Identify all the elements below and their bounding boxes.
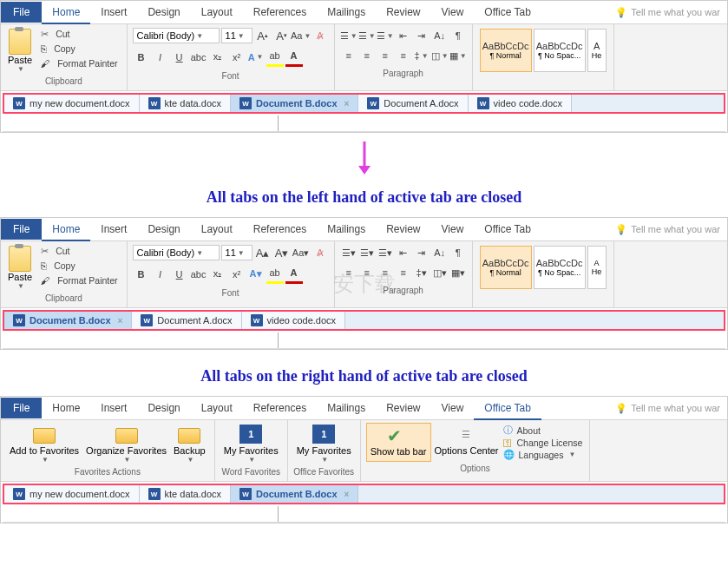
backup-button[interactable]: Backup▼ xyxy=(170,423,209,465)
cut-button[interactable]: ✂Cut xyxy=(37,27,121,41)
borders-button[interactable]: ▦▼ xyxy=(449,47,467,64)
borders-button[interactable]: ▦▾ xyxy=(449,264,467,281)
justify-button[interactable]: ≡ xyxy=(395,264,412,281)
close-icon[interactable]: × xyxy=(118,316,123,326)
tell-me[interactable]: 💡Tell me what you war xyxy=(608,398,727,418)
design-tab[interactable]: Design xyxy=(137,219,190,240)
show-marks-button[interactable]: ¶ xyxy=(449,27,467,44)
options-center-button[interactable]: ☰Options Center xyxy=(431,423,502,462)
strikethrough-button[interactable]: abc xyxy=(190,49,207,66)
font-size-select[interactable]: 11▼ xyxy=(221,245,253,260)
clear-format-button[interactable]: A̷ xyxy=(312,244,329,261)
layout-tab[interactable]: Layout xyxy=(191,219,243,240)
inc-indent-button[interactable]: ⇥ xyxy=(413,27,430,44)
font-size-select[interactable]: 11▼ xyxy=(221,28,253,43)
line-spacing-button[interactable]: ‡▼ xyxy=(413,47,430,64)
numbering-button[interactable]: ☰▼ xyxy=(358,27,376,44)
italic-button[interactable]: I xyxy=(152,49,169,66)
highlight-button[interactable]: ab xyxy=(266,47,284,67)
grow-font-button[interactable]: A▴ xyxy=(254,27,272,44)
text-effects-button[interactable]: A▼ xyxy=(247,49,265,66)
view-tab[interactable]: View xyxy=(431,219,475,240)
clear-format-button[interactable]: A̷ xyxy=(312,27,329,44)
document-tab[interactable]: Wvideo code.docx xyxy=(242,312,346,329)
bullets-button[interactable]: ☰▾ xyxy=(340,244,357,261)
underline-button[interactable]: U xyxy=(171,49,188,66)
references-tab[interactable]: References xyxy=(243,219,317,240)
design-tab[interactable]: Design xyxy=(137,398,190,418)
insert-tab[interactable]: Insert xyxy=(90,398,137,418)
font-name-select[interactable]: Calibri (Body)▼ xyxy=(133,28,220,43)
cut-button[interactable]: ✂Cut xyxy=(37,244,121,258)
document-tab[interactable]: WDocument A.docx xyxy=(358,95,468,112)
copy-button[interactable]: ⎘Copy xyxy=(37,259,121,273)
document-tab[interactable]: WDocument B.docx× xyxy=(231,95,358,112)
copy-button[interactable]: ⎘Copy xyxy=(37,42,121,56)
tell-me[interactable]: 💡Tell me what you war xyxy=(608,220,727,240)
document-tab[interactable]: Wkte data.docx xyxy=(140,485,231,503)
view-tab[interactable]: View xyxy=(431,2,475,23)
style-nospacing[interactable]: AaBbCcDc¶ No Spac... xyxy=(534,246,586,289)
document-tab[interactable]: Wmy new document.docx xyxy=(4,95,140,112)
office-tab-tab[interactable]: Office Tab xyxy=(474,219,541,240)
document-tab[interactable]: Wvideo code.docx xyxy=(469,95,573,112)
font-name-select[interactable]: Calibri (Body)▼ xyxy=(133,245,220,260)
my-favorites-word-button[interactable]: 1My Favorites▼ xyxy=(220,423,282,465)
inc-indent-button[interactable]: ⇥ xyxy=(413,244,430,261)
sort-button[interactable]: A↓ xyxy=(431,244,449,261)
font-color-button[interactable]: A xyxy=(285,264,303,284)
document-tab[interactable]: WDocument B.docx× xyxy=(4,312,132,329)
align-center-button[interactable]: ≡ xyxy=(358,47,376,64)
review-tab[interactable]: Review xyxy=(376,219,430,240)
document-tab[interactable]: Wmy new document.docx xyxy=(4,485,140,503)
style-heading[interactable]: AHe xyxy=(587,29,607,72)
document-tab[interactable]: Wkte data.docx xyxy=(140,95,231,112)
subscript-button[interactable]: x₂ xyxy=(209,49,226,66)
align-center-button[interactable]: ≡ xyxy=(358,264,376,281)
align-left-button[interactable]: ≡ xyxy=(340,47,357,64)
italic-button[interactable]: I xyxy=(152,266,169,283)
close-icon[interactable]: × xyxy=(344,490,350,499)
style-heading[interactable]: AHe xyxy=(587,246,607,289)
shading-button[interactable]: ◫▾ xyxy=(431,264,449,281)
review-tab[interactable]: Review xyxy=(376,398,430,418)
paste-button[interactable]: Paste▼ xyxy=(6,244,34,292)
shrink-font-button[interactable]: A▾ xyxy=(273,244,291,261)
my-favorites-office-button[interactable]: 1My Favorites▼ xyxy=(293,423,355,465)
sort-button[interactable]: A↓ xyxy=(431,27,449,44)
align-left-button[interactable]: ≡ xyxy=(340,264,357,281)
superscript-button[interactable]: x² xyxy=(228,266,246,283)
multilevel-button[interactable]: ☰▾ xyxy=(377,244,394,261)
references-tab[interactable]: References xyxy=(243,2,317,23)
dec-indent-button[interactable]: ⇤ xyxy=(395,244,412,261)
grow-font-button[interactable]: A▴ xyxy=(254,244,272,261)
insert-tab[interactable]: Insert xyxy=(90,2,137,23)
file-tab[interactable]: File xyxy=(1,219,42,240)
change-license-button[interactable]: ⚿Change License xyxy=(503,438,582,448)
references-tab[interactable]: References xyxy=(243,398,317,418)
office-tab-tab[interactable]: Office Tab xyxy=(474,398,541,420)
underline-button[interactable]: U xyxy=(171,266,188,283)
bullets-button[interactable]: ☰▼ xyxy=(340,27,357,44)
about-button[interactable]: ⓘAbout xyxy=(503,425,582,437)
change-case-button[interactable]: Aa▼ xyxy=(292,27,310,44)
line-spacing-button[interactable]: ‡▾ xyxy=(413,264,430,281)
home-tab[interactable]: Home xyxy=(42,219,90,241)
justify-button[interactable]: ≡ xyxy=(395,47,412,64)
align-right-button[interactable]: ≡ xyxy=(377,264,394,281)
format-painter-button[interactable]: 🖌Format Painter xyxy=(37,273,121,287)
insert-tab[interactable]: Insert xyxy=(90,219,137,240)
show-marks-button[interactable]: ¶ xyxy=(449,244,467,261)
change-case-button[interactable]: Aa▾ xyxy=(292,244,310,261)
close-icon[interactable]: × xyxy=(344,99,350,109)
organize-favorites-button[interactable]: Organize Favorites▼ xyxy=(82,423,170,465)
document-tab[interactable]: WDocument B.docx× xyxy=(231,485,358,503)
mailings-tab[interactable]: Mailings xyxy=(317,398,376,418)
mailings-tab[interactable]: Mailings xyxy=(317,2,376,23)
paste-button[interactable]: Paste▼ xyxy=(6,27,34,75)
file-tab[interactable]: File xyxy=(1,2,42,23)
bold-button[interactable]: B xyxy=(133,266,150,283)
subscript-button[interactable]: x₂ xyxy=(209,266,226,283)
highlight-button[interactable]: ab xyxy=(266,264,284,284)
languages-button[interactable]: 🌐Languages▼ xyxy=(503,449,582,460)
